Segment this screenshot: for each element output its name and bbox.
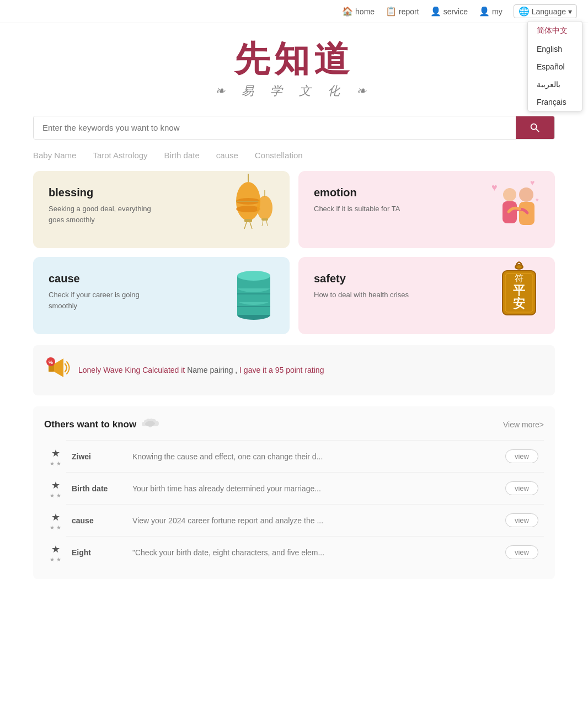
list-category-0: Ziwei <box>72 452 121 461</box>
svg-text:符: 符 <box>515 274 523 283</box>
svg-line-7 <box>250 222 252 229</box>
lang-option-fr[interactable]: Français <box>528 93 582 111</box>
svg-point-18 <box>519 187 533 202</box>
cloud-icon <box>141 417 161 431</box>
language-dropdown: 简体中文 English Español بالعربية Français <box>527 21 582 111</box>
star-small-icons: ★★ <box>50 460 61 466</box>
card-safety-desc: How to deal with health crises <box>314 290 424 301</box>
search-tag-baby-name[interactable]: Baby Name <box>33 151 76 160</box>
nav-service-label: service <box>443 7 468 16</box>
globe-icon: 🌐 <box>518 6 530 17</box>
card-safety[interactable]: safety How to deal with health crises 平 … <box>298 257 555 334</box>
card-cause-desc: Check if your career is going smoothly <box>49 290 159 311</box>
nav-my-label: my <box>492 7 503 16</box>
search-tag-constellation[interactable]: Constellation <box>255 151 303 160</box>
svg-line-11 <box>262 221 263 226</box>
banner-highlight-1: Lonely Wave King Calculated it <box>78 366 185 374</box>
my-icon: 👤 <box>479 6 490 17</box>
search-input[interactable] <box>34 116 516 139</box>
card-cause-image <box>218 257 284 329</box>
search-button[interactable] <box>516 116 554 139</box>
cards-grid: blessing Seeking a good deal, everything… <box>0 160 588 345</box>
star-decoration-0: ★ ★★ <box>50 447 61 466</box>
search-bar <box>33 116 555 140</box>
report-icon: 📋 <box>386 6 397 17</box>
search-tag-tarot[interactable]: Tarot Astrology <box>93 151 147 160</box>
list-desc-2: View your 2024 career fortune report and… <box>132 516 494 525</box>
card-emotion-desc: Check if it is suitable for TA <box>314 203 424 215</box>
star-icon: ★ <box>51 543 60 555</box>
svg-text:安: 安 <box>512 297 525 310</box>
card-blessing[interactable]: blessing Seeking a good deal, everything… <box>33 171 290 248</box>
banner-highlight-2: I gave it a 95 point rating <box>239 366 324 374</box>
banner: % Lonely Wave King Calculated it Name pa… <box>33 345 555 395</box>
others-header: Others want to know View more> <box>44 417 544 431</box>
navbar: 🏠 home 📋 report 👤 service 👤 my 🌐 Languag… <box>0 0 588 23</box>
language-label: Language <box>532 7 566 16</box>
banner-separator: Name pairing , <box>187 366 239 374</box>
list-item: ★ ★★ Ziwei Knowing the cause and effect,… <box>66 440 544 472</box>
list-view-btn-0[interactable]: view <box>505 449 538 463</box>
nav-home-label: home <box>355 7 375 16</box>
svg-point-9 <box>257 196 272 220</box>
star-decoration-1: ★ ★★ <box>50 479 61 498</box>
list-desc-0: Knowing the cause and effect, one can ch… <box>132 452 494 461</box>
svg-line-12 <box>266 221 268 226</box>
list-category-3: Eight <box>72 548 121 557</box>
search-container <box>0 105 588 145</box>
lang-option-ar[interactable]: بالعربية <box>528 76 582 93</box>
svg-text:♥: ♥ <box>491 182 498 193</box>
list-view-btn-3[interactable]: view <box>505 545 538 559</box>
svg-rect-5 <box>244 219 252 222</box>
star-small-icons: ★★ <box>50 556 61 562</box>
svg-point-16 <box>503 188 516 201</box>
card-safety-image: 平 安 符 <box>489 257 549 329</box>
star-small-icons: ★★ <box>50 492 61 498</box>
others-title-text: Others want to know <box>44 419 136 430</box>
svg-line-6 <box>244 222 247 229</box>
view-more-button[interactable]: View more> <box>503 420 544 429</box>
service-icon: 👤 <box>430 6 441 17</box>
list-wrapper: ★ ★★ Ziwei Knowing the cause and effect,… <box>44 440 544 568</box>
chevron-down-icon: ▾ <box>568 7 572 16</box>
search-tags: Baby Name Tarot Astrology Birth date cau… <box>0 145 588 160</box>
list-category-2: cause <box>72 516 121 525</box>
list-desc-3: "Check your birth date, eight characters… <box>132 548 494 557</box>
svg-text:♥: ♥ <box>530 178 534 187</box>
list-item: ★ ★★ cause View your 2024 career fortune… <box>66 504 544 536</box>
svg-point-32 <box>516 265 522 269</box>
svg-text:平: 平 <box>513 283 526 297</box>
banner-text: Lonely Wave King Calculated it Name pair… <box>78 364 324 376</box>
svg-point-26 <box>237 271 270 281</box>
hero-section: 先知道 ❧ 易 学 文 化 ❧ <box>0 23 588 105</box>
lang-option-en[interactable]: English <box>528 40 582 58</box>
list-desc-1: Your birth time has already determined y… <box>132 484 494 493</box>
search-tag-cause[interactable]: cause <box>216 151 238 160</box>
card-cause[interactable]: cause Check if your career is going smoo… <box>33 257 290 334</box>
banner-icon: % <box>44 354 72 387</box>
star-decoration-3: ★ ★★ <box>50 543 61 562</box>
search-tag-birth-date[interactable]: Birth date <box>164 151 200 160</box>
svg-text:♥: ♥ <box>536 197 539 203</box>
card-emotion[interactable]: emotion Check if it is suitable for TA ♥… <box>298 171 555 248</box>
svg-rect-10 <box>261 218 268 221</box>
nav-my[interactable]: 👤 my <box>479 6 503 17</box>
others-section: Others want to know View more> ★ ★★ Ziwe… <box>33 406 555 579</box>
nav-report[interactable]: 📋 report <box>386 6 419 17</box>
language-button[interactable]: 🌐 Language ▾ <box>514 4 577 18</box>
nav-report-label: report <box>399 7 419 16</box>
star-decoration-2: ★ ★★ <box>50 511 61 530</box>
lang-option-es[interactable]: Español <box>528 58 582 76</box>
list-item: ★ ★★ Birth date Your birth time has alre… <box>66 472 544 504</box>
card-blessing-desc: Seeking a good deal, everything goes smo… <box>49 203 159 225</box>
list-view-btn-2[interactable]: view <box>505 513 538 527</box>
nav-home[interactable]: 🏠 home <box>342 6 375 17</box>
nav-service[interactable]: 👤 service <box>430 6 468 17</box>
svg-text:%: % <box>49 360 53 365</box>
list-view-btn-1[interactable]: view <box>505 481 538 495</box>
card-blessing-image <box>218 174 279 245</box>
star-icon: ★ <box>51 511 60 523</box>
hero-title: 先知道 <box>11 40 577 78</box>
lang-option-zh[interactable]: 简体中文 <box>528 22 582 40</box>
list-item: ★ ★★ Eight "Check your birth date, eight… <box>66 536 544 568</box>
